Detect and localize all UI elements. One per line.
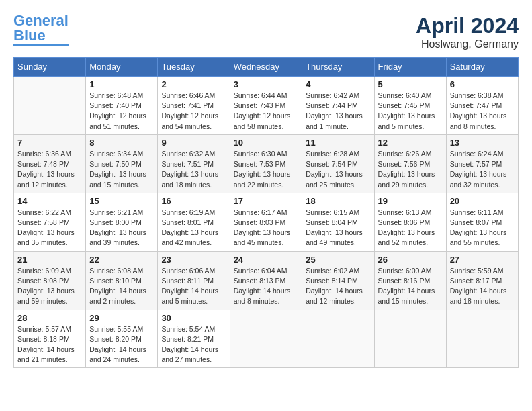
day-detail: Sunrise: 6:13 AMSunset: 8:06 PMDaylight:… [378, 208, 443, 248]
day-detail: Sunrise: 6:48 AMSunset: 7:40 PMDaylight:… [89, 91, 154, 132]
weekday-header-saturday: Saturday [446, 58, 518, 77]
calendar-cell: 14Sunrise: 6:22 AMSunset: 7:58 PMDayligh… [14, 193, 86, 251]
day-number: 12 [378, 138, 443, 148]
day-number: 10 [234, 138, 299, 148]
calendar-cell: 22Sunrise: 6:08 AMSunset: 8:10 PMDayligh… [86, 251, 158, 310]
day-number: 26 [378, 255, 443, 265]
page-header: General Blue April 2024 Hoslwang, German… [13, 13, 519, 50]
weekday-header-monday: Monday [86, 58, 158, 77]
calendar-table: SundayMondayTuesdayWednesdayThursdayFrid… [13, 57, 519, 368]
day-number: 4 [306, 79, 370, 89]
weekday-header-friday: Friday [374, 58, 446, 77]
day-detail: Sunrise: 6:15 AMSunset: 8:04 PMDaylight:… [306, 208, 370, 248]
day-number: 8 [89, 138, 154, 148]
day-detail: Sunrise: 6:19 AMSunset: 8:01 PMDaylight:… [161, 208, 226, 248]
calendar-week-row: 1Sunrise: 6:48 AMSunset: 7:40 PMDaylight… [14, 77, 519, 135]
calendar-cell: 12Sunrise: 6:26 AMSunset: 7:56 PMDayligh… [374, 134, 446, 193]
day-number: 30 [161, 313, 226, 323]
day-number: 14 [17, 196, 82, 206]
calendar-cell [14, 77, 86, 135]
title-block: April 2024 Hoslwang, Germany [416, 13, 519, 50]
calendar-cell: 1Sunrise: 6:48 AMSunset: 7:40 PMDaylight… [86, 77, 158, 135]
day-detail: Sunrise: 5:59 AMSunset: 8:17 PMDaylight:… [450, 266, 515, 307]
day-detail: Sunrise: 6:42 AMSunset: 7:44 PMDaylight:… [306, 91, 370, 132]
day-detail: Sunrise: 6:22 AMSunset: 7:58 PMDaylight:… [17, 208, 82, 248]
day-detail: Sunrise: 6:30 AMSunset: 7:53 PMDaylight:… [234, 149, 299, 190]
day-detail: Sunrise: 6:02 AMSunset: 8:14 PMDaylight:… [306, 266, 370, 307]
day-number: 19 [378, 196, 443, 206]
calendar-cell: 10Sunrise: 6:30 AMSunset: 7:53 PMDayligh… [230, 134, 302, 193]
calendar-cell [374, 310, 446, 368]
day-detail: Sunrise: 6:00 AMSunset: 8:16 PMDaylight:… [378, 266, 443, 307]
day-number: 24 [234, 255, 299, 265]
calendar-week-row: 7Sunrise: 6:36 AMSunset: 7:48 PMDaylight… [14, 134, 519, 193]
day-number: 22 [89, 255, 154, 265]
day-number: 13 [450, 138, 515, 148]
calendar-cell: 4Sunrise: 6:42 AMSunset: 7:44 PMDaylight… [302, 77, 374, 135]
day-detail: Sunrise: 6:28 AMSunset: 7:54 PMDaylight:… [306, 149, 370, 190]
logo-blue: Blue [13, 27, 46, 44]
day-number: 21 [17, 255, 82, 265]
day-number: 9 [161, 138, 226, 148]
day-number: 29 [89, 313, 154, 323]
day-number: 7 [17, 138, 82, 148]
calendar-cell: 25Sunrise: 6:02 AMSunset: 8:14 PMDayligh… [302, 251, 374, 310]
weekday-header-thursday: Thursday [302, 58, 374, 77]
month-title: April 2024 [416, 13, 519, 38]
day-number: 23 [161, 255, 226, 265]
day-detail: Sunrise: 6:38 AMSunset: 7:47 PMDaylight:… [450, 91, 515, 132]
day-number: 18 [306, 196, 370, 206]
day-number: 5 [378, 79, 443, 89]
calendar-cell: 8Sunrise: 6:34 AMSunset: 7:50 PMDaylight… [86, 134, 158, 193]
calendar-cell: 6Sunrise: 6:38 AMSunset: 7:47 PMDaylight… [446, 77, 518, 135]
day-number: 27 [450, 255, 515, 265]
day-detail: Sunrise: 6:46 AMSunset: 7:41 PMDaylight:… [161, 91, 226, 132]
calendar-cell: 18Sunrise: 6:15 AMSunset: 8:04 PMDayligh… [302, 193, 374, 251]
calendar-cell: 27Sunrise: 5:59 AMSunset: 8:17 PMDayligh… [446, 251, 518, 310]
day-detail: Sunrise: 6:24 AMSunset: 7:57 PMDaylight:… [450, 149, 515, 190]
calendar-cell: 21Sunrise: 6:09 AMSunset: 8:08 PMDayligh… [14, 251, 86, 310]
calendar-cell [302, 310, 374, 368]
day-detail: Sunrise: 5:57 AMSunset: 8:18 PMDaylight:… [17, 324, 82, 365]
weekday-header-wednesday: Wednesday [230, 58, 302, 77]
day-detail: Sunrise: 5:54 AMSunset: 8:21 PMDaylight:… [161, 324, 226, 365]
day-detail: Sunrise: 6:11 AMSunset: 8:07 PMDaylight:… [450, 208, 515, 248]
calendar-cell: 23Sunrise: 6:06 AMSunset: 8:11 PMDayligh… [158, 251, 230, 310]
day-number: 11 [306, 138, 370, 148]
day-detail: Sunrise: 6:09 AMSunset: 8:08 PMDaylight:… [17, 266, 82, 307]
calendar-cell: 15Sunrise: 6:21 AMSunset: 8:00 PMDayligh… [86, 193, 158, 251]
calendar-cell: 11Sunrise: 6:28 AMSunset: 7:54 PMDayligh… [302, 134, 374, 193]
calendar-cell: 13Sunrise: 6:24 AMSunset: 7:57 PMDayligh… [446, 134, 518, 193]
day-number: 15 [89, 196, 154, 206]
calendar-cell: 26Sunrise: 6:00 AMSunset: 8:16 PMDayligh… [374, 251, 446, 310]
location-text: Hoslwang, Germany [416, 38, 519, 50]
day-number: 16 [161, 196, 226, 206]
calendar-week-row: 28Sunrise: 5:57 AMSunset: 8:18 PMDayligh… [14, 310, 519, 368]
weekday-header-tuesday: Tuesday [158, 58, 230, 77]
day-number: 25 [306, 255, 370, 265]
weekday-header-row: SundayMondayTuesdayWednesdayThursdayFrid… [14, 58, 519, 77]
logo-text: General Blue [13, 13, 69, 43]
day-detail: Sunrise: 6:34 AMSunset: 7:50 PMDaylight:… [89, 149, 154, 190]
day-detail: Sunrise: 6:04 AMSunset: 8:13 PMDaylight:… [234, 266, 299, 307]
day-detail: Sunrise: 6:06 AMSunset: 8:11 PMDaylight:… [161, 266, 226, 307]
day-number: 1 [89, 79, 154, 89]
day-detail: Sunrise: 6:36 AMSunset: 7:48 PMDaylight:… [17, 149, 82, 190]
calendar-cell: 20Sunrise: 6:11 AMSunset: 8:07 PMDayligh… [446, 193, 518, 251]
day-number: 28 [17, 313, 82, 323]
day-number: 17 [234, 196, 299, 206]
day-detail: Sunrise: 6:21 AMSunset: 8:00 PMDaylight:… [89, 208, 154, 248]
day-detail: Sunrise: 6:40 AMSunset: 7:45 PMDaylight:… [378, 91, 443, 132]
weekday-header-sunday: Sunday [14, 58, 86, 77]
calendar-cell: 24Sunrise: 6:04 AMSunset: 8:13 PMDayligh… [230, 251, 302, 310]
day-detail: Sunrise: 6:17 AMSunset: 8:03 PMDaylight:… [234, 208, 299, 248]
day-detail: Sunrise: 6:32 AMSunset: 7:51 PMDaylight:… [161, 149, 226, 190]
calendar-week-row: 21Sunrise: 6:09 AMSunset: 8:08 PMDayligh… [14, 251, 519, 310]
day-number: 6 [450, 79, 515, 89]
calendar-cell: 19Sunrise: 6:13 AMSunset: 8:06 PMDayligh… [374, 193, 446, 251]
day-number: 2 [161, 79, 226, 89]
day-detail: Sunrise: 6:44 AMSunset: 7:43 PMDaylight:… [234, 91, 299, 132]
calendar-cell: 3Sunrise: 6:44 AMSunset: 7:43 PMDaylight… [230, 77, 302, 135]
day-detail: Sunrise: 6:26 AMSunset: 7:56 PMDaylight:… [378, 149, 443, 190]
calendar-cell: 30Sunrise: 5:54 AMSunset: 8:21 PMDayligh… [158, 310, 230, 368]
